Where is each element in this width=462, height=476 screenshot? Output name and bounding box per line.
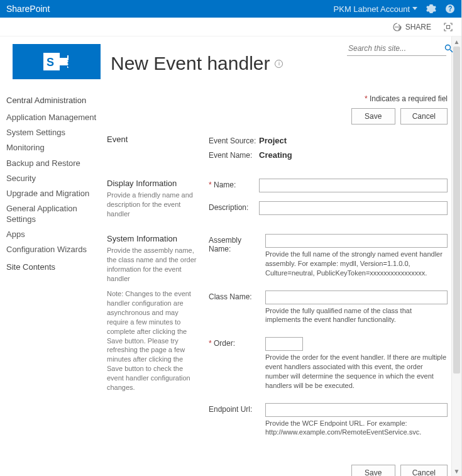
save-button-bottom[interactable]: Save [351, 465, 395, 476]
nav-item-configuration-wizards[interactable]: Configuration Wizards [1, 242, 107, 257]
section-system: System Information Provide the assembly … [107, 234, 448, 450]
required-note: * Indicates a required fiel [107, 94, 448, 103]
save-button-top[interactable]: Save [351, 108, 395, 125]
event-name-value: Creating [259, 149, 292, 160]
nav-item-monitoring[interactable]: Monitoring [1, 140, 107, 155]
event-name-label: Event Name: [209, 149, 259, 160]
bottom-button-row: Save Cancel [107, 465, 448, 476]
suite-right: PKM Labnet Account [334, 4, 455, 14]
description-field-label: Description: [209, 201, 259, 212]
section-display: Display Information Provide a friendly n… [107, 179, 448, 219]
order-label: * Order: [209, 337, 265, 348]
focus-icon [444, 23, 453, 31]
required-star-icon: * [365, 94, 368, 103]
nav-root[interactable]: Central Administration [1, 94, 107, 110]
page-title-wrap: New Event handler i [111, 53, 283, 74]
focus-button[interactable] [444, 23, 453, 31]
endpoint-help: Provide the WCF Endpoint URL. For exampl… [265, 419, 448, 438]
search-box[interactable] [347, 42, 446, 56]
svg-point-3 [446, 45, 451, 50]
class-label: Class Name: [209, 291, 265, 301]
nav-item-upgrade-migration[interactable]: Upgrade and Migration [1, 186, 107, 201]
nav-sub-list: Application Management System Settings M… [1, 110, 107, 258]
body-grid: Central Administration Application Manag… [0, 94, 461, 476]
left-nav: Central Administration Application Manag… [0, 94, 107, 476]
description-input[interactable] [259, 201, 448, 215]
order-input[interactable] [265, 337, 303, 351]
suite-bar: SharePoint PKM Labnet Account [0, 0, 461, 18]
share-icon [393, 23, 402, 31]
cancel-button-top[interactable]: Cancel [400, 108, 448, 125]
section-system-note: Note: Changes to the event handler confi… [107, 289, 200, 392]
help-icon[interactable] [445, 4, 455, 14]
event-source-value: Project [259, 135, 287, 145]
header-zone: S New Event handler i [0, 36, 461, 79]
ribbon-row: SHARE [0, 18, 461, 36]
nav-item-backup-restore[interactable]: Backup and Restore [1, 156, 107, 171]
assembly-input[interactable] [265, 234, 448, 248]
event-source-label: Event Source: [209, 135, 259, 145]
name-field-label: * Name: [209, 179, 259, 189]
nav-item-system-settings[interactable]: System Settings [1, 125, 107, 140]
product-name: SharePoint [6, 4, 50, 14]
class-help: Provide the fully qualified name of the … [265, 306, 448, 325]
section-system-title: System Information [107, 234, 200, 243]
endpoint-input[interactable] [265, 403, 448, 417]
search-input[interactable] [347, 42, 444, 55]
section-display-title: Display Information [107, 179, 200, 188]
account-name: PKM Labnet Account [334, 4, 410, 14]
gear-icon[interactable] [426, 4, 436, 14]
info-icon[interactable]: i [275, 60, 283, 68]
endpoint-label: Endpoint Url: [209, 403, 265, 414]
order-help: Provide the order for the event handler.… [265, 353, 448, 390]
page-title: New Event handler [111, 53, 270, 74]
sharepoint-logo[interactable]: S [13, 44, 101, 79]
nav-item-security[interactable]: Security [1, 171, 107, 186]
account-menu[interactable]: PKM Labnet Account [334, 4, 417, 14]
section-system-desc: Provide the assembly name, the class nam… [107, 246, 200, 283]
top-button-row: Save Cancel [107, 108, 448, 125]
section-event: Event Event Source: Project Event Name: … [107, 135, 448, 163]
content-area: S New Event handler i Central Administra… [0, 36, 461, 476]
svg-text:S: S [47, 56, 54, 69]
nav-item-apps[interactable]: Apps [1, 227, 107, 242]
name-input[interactable] [259, 179, 448, 192]
main-column: * Indicates a required fiel Save Cancel … [107, 94, 461, 476]
nav-item-general-app-settings[interactable]: General Application Settings [1, 201, 107, 227]
cancel-button-bottom[interactable]: Cancel [400, 465, 448, 476]
chevron-down-icon [412, 7, 417, 11]
search-icon[interactable] [444, 44, 453, 53]
assembly-help: Provide the full name of the strongly na… [265, 250, 448, 278]
share-button[interactable]: SHARE [393, 23, 431, 31]
section-event-title: Event [107, 135, 200, 144]
share-label: SHARE [405, 23, 431, 31]
assembly-label: Assembly Name: [209, 234, 265, 253]
svg-line-4 [450, 50, 453, 52]
class-input[interactable] [265, 291, 448, 304]
nav-item-application-management[interactable]: Application Management [1, 110, 107, 125]
section-display-desc: Provide a friendly name and description … [107, 191, 200, 219]
svg-rect-0 [447, 25, 450, 28]
nav-site-contents[interactable]: Site Contents [1, 261, 107, 277]
